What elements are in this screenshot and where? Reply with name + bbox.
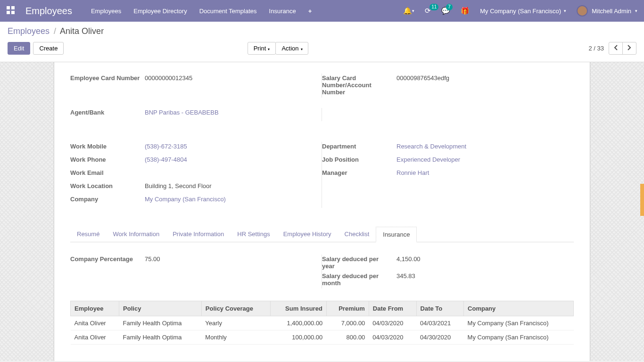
print-button[interactable]: Print▾ [248,42,276,55]
cell-coverage: Yearly [201,316,270,330]
breadcrumb-root[interactable]: Employees [8,26,50,36]
salary-card-value: 000009876543edfg [396,74,574,82]
cell-company: My Company (San Francisco) [464,316,574,330]
th-sum-insured[interactable]: Sum Insured [271,301,327,316]
user-name: Mitchell Admin [592,8,631,15]
nav-document-templates[interactable]: Document Templates [199,8,257,15]
pager-prev-button[interactable] [609,42,623,55]
cell-date-from: 04/03/2020 [369,330,416,345]
tab-employee-history[interactable]: Employee History [277,227,338,242]
company-pct-label: Company Percentage [70,255,145,263]
tab-content-insurance: Company Percentage 75.00 Salary deduced … [70,242,574,345]
cell-premium: 800.00 [326,330,369,345]
th-company[interactable]: Company [464,301,574,316]
chevron-down-icon: ▾ [268,47,270,51]
cell-coverage: Monthly [201,330,270,345]
cell-employee: Anita Oliver [71,316,119,330]
job-position-value[interactable]: Experienced Developer [396,155,574,163]
nav-insurance[interactable]: Insurance [269,8,296,15]
salary-year-label: Salary deduced per year [322,255,396,270]
work-location-label: Work Location [70,181,145,189]
cell-employee: Anita Oliver [71,330,119,345]
cell-date-to: 04/03/2021 [416,316,463,330]
th-date-from[interactable]: Date From [369,301,416,316]
pager-next-button[interactable] [622,42,636,55]
tab-work-information[interactable]: Work Information [106,227,166,242]
table-header-row: Employee Policy Policy Coverage Sum Insu… [71,301,574,316]
work-email-value [145,168,322,169]
agent-bank-label: Agent/Bank [70,108,145,116]
salary-card-label: Salary Card Number/Account Number [322,74,396,96]
apps-icon[interactable] [7,6,16,16]
nav-employee-directory[interactable]: Employee Directory [133,8,187,15]
nav-add-icon[interactable]: + [308,8,312,15]
app-brand[interactable]: Employees [25,6,72,16]
cell-date-from: 04/03/2020 [369,316,416,330]
department-label: Department [322,142,396,150]
company-name: My Company (San Francisco) [480,8,561,15]
th-policy-coverage[interactable]: Policy Coverage [201,301,270,316]
th-date-to[interactable]: Date To [416,301,463,316]
messages-icon[interactable]: 💬 7 [441,7,450,15]
top-nav: Employees Employees Employee Directory D… [0,0,644,22]
cell-sum-insured: 100,000.00 [271,330,327,345]
pager: 2 / 33 [588,42,636,55]
table-row[interactable]: Anita Oliver Family Health Optima Yearly… [71,316,574,330]
cell-premium: 7,000.00 [326,316,369,330]
form-sheet: Employee Card Number 00000000012345 Sala… [54,62,590,361]
cell-policy: Family Health Optima [119,330,202,345]
table-row[interactable]: Anita Oliver Family Health Optima Monthl… [71,330,574,345]
work-mobile-value[interactable]: (538)-672-3185 [145,142,322,150]
chevron-down-icon: ▾ [564,8,566,13]
job-position-label: Job Position [322,155,396,163]
avatar [577,5,588,16]
company-value[interactable]: My Company (San Francisco) [145,195,322,203]
salary-month-value: 345.83 [396,272,574,280]
salary-year-value: 4,150.00 [396,255,574,263]
work-phone-value[interactable]: (538)-497-4804 [145,155,322,163]
tab-resume[interactable]: Resumé [70,227,106,242]
breadcrumb-current: Anita Oliver [60,26,104,36]
tab-private-information[interactable]: Private Information [166,227,231,242]
scroll-indicator[interactable] [640,184,644,216]
activities-icon[interactable]: ⟳ 11 [425,7,431,15]
form-background: Employee Card Number 00000000012345 Sala… [0,62,644,361]
nav-right: 🔔▾ ⟳ 11 💬 7 🎁 My Company (San Francisco)… [403,5,637,16]
company-pct-value: 75.00 [145,255,322,263]
cell-date-to: 04/30/2020 [416,330,463,345]
chevron-right-icon [627,45,631,50]
cell-sum-insured: 1,400,000.00 [271,316,327,330]
chevron-down-icon: ▾ [635,8,637,13]
action-button[interactable]: Action▾ [275,42,308,55]
svg-rect-3 [11,11,15,14]
th-policy[interactable]: Policy [119,301,202,316]
manager-value[interactable]: Ronnie Hart [396,168,574,176]
th-premium[interactable]: Premium [326,301,369,316]
create-button[interactable]: Create [33,42,64,55]
notifications-icon[interactable]: 🔔▾ [403,7,414,15]
nav-links: Employees Employee Directory Document Te… [91,8,312,15]
tabs: Resumé Work Information Private Informat… [70,227,574,242]
chevron-down-icon: ▾ [301,47,303,51]
emp-card-value: 00000000012345 [145,74,322,82]
work-email-label: Work Email [70,168,145,176]
th-employee[interactable]: Employee [71,301,119,316]
company-label: Company [70,195,145,203]
control-bar: Employees / Anita Oliver Edit Create Pri… [0,22,644,62]
tab-insurance[interactable]: Insurance [376,227,417,242]
company-selector[interactable]: My Company (San Francisco) ▾ [480,8,566,15]
gift-icon[interactable]: 🎁 [461,7,470,15]
work-mobile-label: Work Mobile [70,142,145,150]
activities-badge: 11 [429,4,438,10]
edit-button[interactable]: Edit [8,42,30,55]
tab-checklist[interactable]: Checklist [338,227,376,242]
work-location-value: Building 1, Second Floor [145,181,322,189]
department-value[interactable]: Research & Development [396,142,574,150]
agent-bank-value[interactable]: BNP Paribas - GEBABEBB [145,108,322,116]
print-label: Print [254,45,266,52]
user-menu[interactable]: Mitchell Admin ▾ [577,5,637,16]
breadcrumb-sep: / [54,26,56,36]
nav-employees[interactable]: Employees [91,8,121,15]
tab-hr-settings[interactable]: HR Settings [231,227,276,242]
cell-policy: Family Health Optima [119,316,202,330]
